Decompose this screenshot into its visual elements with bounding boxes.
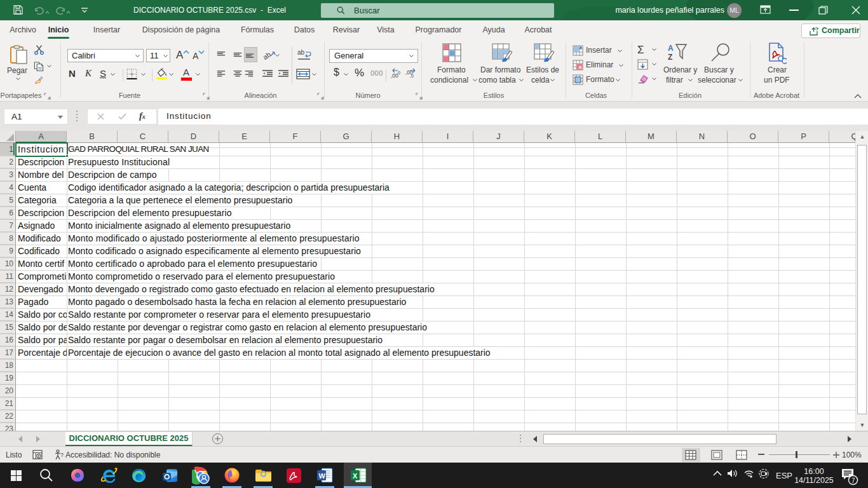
- svg-text:,0: ,0: [410, 74, 414, 78]
- svg-text:W: W: [319, 472, 326, 480]
- svg-text:7: 7: [851, 477, 855, 484]
- svg-text:Z: Z: [668, 53, 672, 62]
- svg-text:0: 0: [398, 71, 400, 75]
- svg-text:X: X: [353, 472, 358, 480]
- svg-text:ab: ab: [297, 49, 305, 56]
- svg-text:?: ?: [60, 452, 64, 458]
- svg-text:A: A: [668, 44, 674, 53]
